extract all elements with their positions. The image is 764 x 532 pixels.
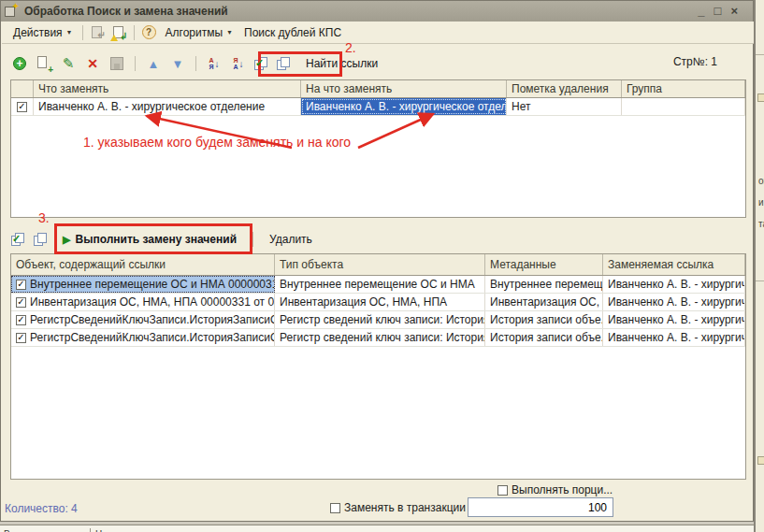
delete-row-button[interactable]: ✕ (83, 54, 102, 73)
object-cell: Внутреннее перемещение ОС и НМА 00000031… (30, 278, 275, 291)
replace-with-cell[interactable]: Иванченко А. В. - хирургическое отделе..… (301, 98, 507, 115)
menubar: Действия ▼ ↵ ↲ ? Алгоритмы ▼ Поиск дубле… (2, 22, 754, 44)
find-links-button[interactable]: Найти ссылки (298, 54, 385, 73)
checkbox-box[interactable] (330, 503, 340, 513)
check-all-button[interactable]: ✓ (10, 232, 27, 248)
row-checkbox[interactable]: ✓ (16, 315, 26, 325)
table-row[interactable]: ✓Инвентаризация ОС, НМА, НПА 00000331 от… (11, 294, 745, 311)
algorithms-menu-label: Алгоритмы (166, 26, 223, 39)
deletion-mark-cell[interactable]: Нет (507, 98, 622, 115)
column-header[interactable]: Пометка удаления (507, 80, 622, 97)
screen: ов и та В Наименование ✦ Обработка Поиск… (0, 0, 764, 532)
kps-duplicates-button[interactable]: Поиск дублей КПС (238, 24, 347, 41)
type-cell[interactable]: Регистр сведений ключ записи: История... (275, 329, 485, 346)
reread-icon[interactable]: ↵ (90, 25, 106, 40)
chevron-down-icon: ▼ (226, 29, 233, 36)
column-header[interactable]: Группа (622, 80, 745, 97)
titlebar[interactable]: ✦ Обработка Поиск и замена значений _ □ … (1, 1, 753, 22)
actions-menu[interactable]: Действия ▼ (7, 24, 79, 41)
move-up-button[interactable]: ▲ (144, 54, 163, 73)
maximize-button[interactable]: □ (714, 5, 722, 18)
replaced-ref-cell[interactable]: Иванченко А. В. - хирургич... (603, 311, 745, 328)
uncheck-all-button[interactable] (276, 56, 293, 72)
add-row-button[interactable]: + (10, 54, 29, 73)
transaction-checkbox-label: Заменять в транзакции (344, 501, 466, 514)
column-header[interactable]: Метаданные (485, 254, 603, 275)
row-checkbox[interactable]: ✓ (16, 297, 26, 308)
column-header[interactable]: Что заменять (34, 80, 301, 97)
row-checkbox[interactable]: ✓ (16, 280, 26, 290)
edit-row-button[interactable]: ✎ (59, 54, 78, 73)
table-row[interactable]: ✓Внутреннее перемещение ОС и НМА 0000003… (11, 276, 745, 294)
background-fragment: и (758, 197, 764, 208)
background-window-bottom: В Наименование (0, 522, 754, 532)
run-replacement-button[interactable]: ▶ Выполнить замену значений (55, 230, 244, 249)
save-icon (110, 57, 123, 70)
algorithms-menu[interactable]: Алгоритмы ▼ (160, 24, 238, 41)
column-header[interactable]: Заменяемая ссылка (603, 254, 745, 275)
close-button[interactable]: × (730, 5, 738, 18)
processing-window: ✦ Обработка Поиск и замена значений _ □ … (0, 0, 754, 522)
sort-descending-button[interactable]: ЯА ↓ (229, 54, 248, 73)
references-table: Объект, содержащий ссылки Тип объекта Ме… (10, 253, 746, 480)
replacements-toolbar: + + ✎ ✕ ▲ ▼ АЯ ↓ ЯА ↓ ✓ Найти ссылки (10, 50, 746, 78)
metadata-cell[interactable]: Внутреннее перемещ... (485, 276, 603, 293)
window-title: Обработка Поиск и замена значений (24, 5, 228, 18)
portion-size-input[interactable] (468, 497, 613, 517)
replaced-ref-cell[interactable]: Иванченко А. В. - хирургич... (603, 329, 745, 346)
object-cell: РегистрСведенийКлючЗаписи.ИсторияЗаписиО… (30, 313, 275, 326)
table-row[interactable]: ✓РегистрСведенийКлючЗаписи.ИсторияЗаписи… (11, 329, 745, 347)
add-icon: + (13, 57, 26, 70)
replaced-ref-cell[interactable]: Иванченко А. В. - хирургич... (603, 294, 745, 310)
metadata-cell[interactable]: История записи объе... (485, 329, 603, 346)
checkbox-box[interactable] (497, 485, 508, 496)
background-window-right: ов и та (754, 0, 764, 532)
kps-duplicates-label: Поиск дублей КПС (244, 26, 341, 39)
transaction-checkbox[interactable]: Заменять в транзакции (330, 501, 466, 514)
background-mini-icon (757, 93, 764, 102)
group-cell[interactable] (622, 98, 745, 115)
check-all-button[interactable]: ✓ (253, 56, 270, 72)
table-row[interactable]: ✓РегистрСведенийКлючЗаписи.ИсторияЗаписи… (11, 311, 745, 329)
run-replacement-label: Выполнить замену значений (75, 233, 237, 246)
replacements-table: Что заменять На что заменять Пометка уда… (10, 79, 746, 218)
column-header[interactable]: На что заменять (301, 80, 507, 97)
delete-references-button[interactable]: Удалить (262, 230, 320, 249)
background-fragment: ов (758, 176, 764, 186)
copy-row-button[interactable]: + (35, 54, 53, 73)
write-icon[interactable]: ↲ (111, 25, 127, 40)
move-down-button[interactable]: ▼ (168, 54, 187, 73)
save-button-disabled (108, 54, 126, 73)
type-cell[interactable]: Внутреннее перемещение ОС и НМА (275, 276, 485, 293)
table-row[interactable]: ✓ Иванченко А. В. - хирургическое отделе… (11, 98, 745, 116)
sort-ascending-button[interactable]: АЯ ↓ (205, 54, 223, 73)
references-toolbar: ✓ ▶ Выполнить замену значений Удалить (10, 225, 746, 253)
arrow-down-icon: ▼ (172, 58, 184, 70)
delete-icon: ✕ (87, 56, 98, 71)
row-checkbox[interactable]: ✓ (17, 102, 27, 112)
references-table-header: Объект, содержащий ссылки Тип объекта Ме… (11, 254, 745, 276)
portion-checkbox[interactable]: Выполнять порци... (497, 483, 613, 496)
metadata-cell[interactable]: История записи объе... (485, 311, 603, 328)
metadata-cell[interactable]: Инвентаризация ОС, ... (485, 294, 603, 310)
replaced-ref-cell[interactable]: Иванченко А. В. - хирургич... (603, 276, 745, 293)
column-header[interactable]: Объект, содержащий ссылки (11, 254, 275, 275)
row-counter: Стр№: 1 (656, 55, 717, 68)
background-mini-icon (757, 456, 764, 465)
type-cell[interactable]: Регистр сведений ключ записи: История... (275, 311, 485, 328)
uncheck-all-button[interactable] (33, 232, 50, 248)
replacements-table-header: Что заменять На что заменять Пометка уда… (11, 80, 745, 98)
minimize-button[interactable]: _ (698, 5, 704, 18)
play-icon: ▶ (63, 234, 70, 246)
background-fragment: та (758, 219, 764, 229)
type-cell[interactable]: Инвентаризация ОС, НМА, НПА (275, 294, 485, 310)
help-icon[interactable]: ? (142, 25, 156, 39)
chevron-down-icon: ▼ (66, 29, 73, 36)
column-header[interactable]: Тип объекта (275, 254, 485, 275)
object-cell: Инвентаризация ОС, НМА, НПА 00000331 от … (30, 295, 275, 309)
actions-menu-label: Действия (13, 26, 63, 39)
row-checkbox[interactable]: ✓ (16, 333, 26, 343)
what-to-replace-cell[interactable]: Иванченко А. В. - хирургическое отделени… (34, 98, 301, 115)
arrow-up-icon: ▲ (148, 58, 160, 70)
processing-icon: ✦ (5, 5, 19, 18)
